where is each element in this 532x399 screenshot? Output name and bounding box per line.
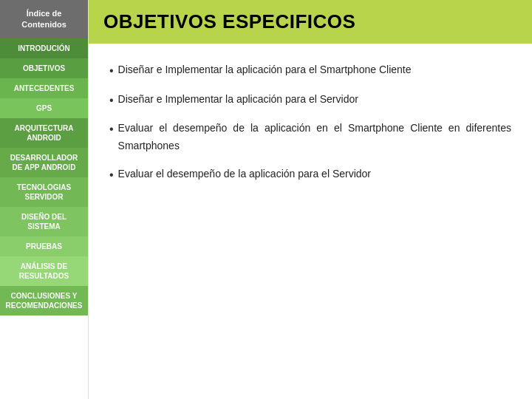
main-content: •Diseñar e Implementar la aplicación par… <box>89 44 532 399</box>
bullet-item-bullet3: •Evaluar el desempeño de la aplicación e… <box>109 120 511 155</box>
bullet-text: Diseñar e Implementar la aplicación para… <box>118 61 511 79</box>
sidebar-item-arquitectura-android[interactable]: ARQUITECTURA ANDROID <box>0 118 88 148</box>
bullet-text: Diseñar e Implementar la aplicación para… <box>118 91 511 109</box>
page-title: OBJETIVOS ESPECIFICOS <box>103 10 355 33</box>
sidebar-item-pruebas[interactable]: PRUEBAS <box>0 236 88 256</box>
main-panel: OBJETIVOS ESPECIFICOS •Diseñar e Impleme… <box>89 0 532 399</box>
sidebar-item-tecnologias-servidor[interactable]: TECNOLOGIAS SERVIDOR <box>0 177 88 207</box>
bullet-text: Evaluar el desempeño de la aplicación pa… <box>118 166 511 183</box>
sidebar-item-gps[interactable]: GPS <box>0 98 88 118</box>
bullet-item-bullet2: •Diseñar e Implementar la aplicación par… <box>109 91 511 110</box>
sidebar-items: INTRODUCIÓNOBJETIVOSANTECEDENTESGPSARQUI… <box>0 38 88 316</box>
main-header: OBJETIVOS ESPECIFICOS <box>89 0 532 44</box>
sidebar-item-analisis-resultados[interactable]: ANÁLISIS DE RESULTADOS <box>0 256 88 286</box>
bullet-marker: • <box>109 91 114 110</box>
bullet-marker: • <box>109 166 114 185</box>
sidebar-title: Índice de Contenidos <box>6 8 82 31</box>
sidebar-item-desarrollador-app[interactable]: DESARROLLADOR DE APP ANDROID <box>0 148 88 177</box>
sidebar-item-introducion[interactable]: INTRODUCIÓN <box>0 38 88 58</box>
sidebar-item-conclusiones[interactable]: CONCLUSIONES Y RECOMENDACIONES <box>0 286 88 316</box>
bullet-marker: • <box>109 120 114 139</box>
sidebar-item-objetivos[interactable]: OBJETIVOS <box>0 58 88 78</box>
bullet-item-bullet1: •Diseñar e Implementar la aplicación par… <box>109 61 511 81</box>
bullet-item-bullet4: •Evaluar el desempeño de la aplicación p… <box>109 166 511 185</box>
bullet-marker: • <box>109 61 114 81</box>
bullets-list: •Diseñar e Implementar la aplicación par… <box>109 61 511 184</box>
bullet-text: Evaluar el desempeño de la aplicación en… <box>118 120 511 155</box>
sidebar: Índice de Contenidos INTRODUCIÓNOBJETIVO… <box>0 0 89 399</box>
sidebar-item-antecedentes[interactable]: ANTECEDENTES <box>0 78 88 98</box>
sidebar-header: Índice de Contenidos <box>0 0 88 38</box>
sidebar-item-diseno-sistema[interactable]: DISEÑO DEL SISTEMA <box>0 207 88 236</box>
